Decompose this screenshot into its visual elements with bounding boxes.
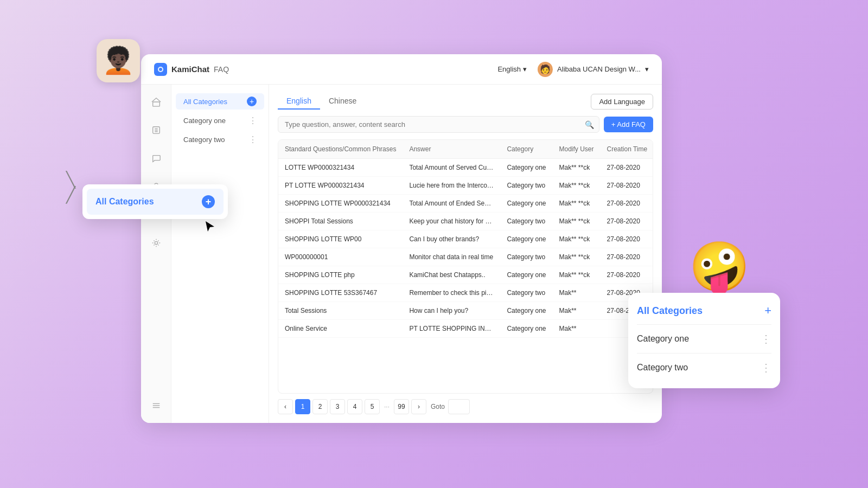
cell-answer: Remember to check this picture~😊 bbox=[403, 284, 500, 302]
page-3-button[interactable]: 3 bbox=[330, 399, 345, 414]
tab-english[interactable]: English bbox=[278, 93, 320, 110]
cell-user: Mak** **ck bbox=[552, 195, 600, 213]
category-2-more-icon[interactable]: ⋮ bbox=[248, 134, 257, 145]
category-item-1[interactable]: Category one ⋮ bbox=[176, 112, 264, 130]
page-99-button[interactable]: 99 bbox=[394, 399, 409, 414]
category-item-1-label: Category one bbox=[183, 117, 226, 125]
cell-question: SHOPPING LOTTE WP0000321434 bbox=[278, 195, 403, 213]
cell-user: Mak** **ck bbox=[552, 213, 600, 230]
cell-user: Mak** **ck bbox=[552, 248, 600, 266]
page-dots: ··· bbox=[382, 403, 392, 410]
cell-question: Total Sessions bbox=[278, 302, 403, 320]
table-row: SHOPPING LOTTE WP00 Can I buy other bran… bbox=[278, 230, 653, 248]
cell-time: 27-08-2020 bbox=[601, 177, 654, 195]
page-next-button[interactable]: › bbox=[411, 399, 426, 414]
cell-time: 27-08-2020 bbox=[601, 159, 654, 177]
body-layout: All Categories + Category one ⋮ Category… bbox=[141, 85, 662, 423]
language-selector[interactable]: English ▾ bbox=[497, 65, 527, 73]
cell-question: SHOPPING LOTTE 53S367467 bbox=[278, 284, 403, 302]
cell-time: 27-08-2020 bbox=[601, 195, 654, 213]
sidebar-item-home[interactable] bbox=[148, 93, 165, 111]
floating-right-cat1-more-icon[interactable]: ⋮ bbox=[761, 332, 771, 345]
cell-answer: Can I buy other brands? bbox=[403, 230, 500, 248]
table-row: LOTTE WP0000321434 Total Amount of Serve… bbox=[278, 159, 653, 177]
page-prev-button[interactable]: ‹ bbox=[278, 399, 293, 414]
add-category-button[interactable]: + bbox=[247, 97, 257, 106]
cell-category: Category two bbox=[500, 177, 552, 195]
category-panel: All Categories + Category one ⋮ Category… bbox=[171, 85, 269, 423]
sidebar-item-menu[interactable] bbox=[148, 397, 165, 414]
floating-all-categories[interactable]: All Categories + bbox=[87, 189, 224, 215]
cell-question: SHOPPING LOTTE php bbox=[278, 266, 403, 284]
cell-time: 27-08-2020 bbox=[601, 248, 654, 266]
table-row: SHOPPING LOTTE php KamiChat best Chatapp… bbox=[278, 266, 653, 284]
table-row: SHOPPING LOTTE WP0000321434 Total Amount… bbox=[278, 195, 653, 213]
cell-time: 27-08-2020 bbox=[601, 266, 654, 284]
all-categories-item[interactable]: All Categories + bbox=[176, 93, 264, 110]
sidebar-item-chat[interactable] bbox=[148, 150, 165, 167]
cell-time: 27-08-2020 bbox=[601, 213, 654, 230]
cell-answer: Lucie here from the Intercom sale bbox=[403, 177, 500, 195]
header: KamiChat FAQ English ▾ 🧑 Alibaba UCAN De… bbox=[141, 54, 662, 85]
floating-left-plus-icon[interactable]: + bbox=[202, 195, 215, 208]
page-2-button[interactable]: 2 bbox=[312, 399, 328, 414]
table-row: PT LOTTE WP0000321434 Lucie here from th… bbox=[278, 177, 653, 195]
cell-user: Mak** bbox=[552, 302, 600, 320]
table-row: Online Service PT LOTTE SHOPPING INDONES… bbox=[278, 320, 653, 338]
add-faq-button[interactable]: + Add FAQ bbox=[604, 117, 653, 132]
header-faq-label: FAQ bbox=[214, 65, 229, 74]
table-row: SHOPPI Total Sessions Keep your chat his… bbox=[278, 213, 653, 230]
sidebar-item-settings[interactable] bbox=[148, 234, 165, 252]
category-1-more-icon[interactable]: ⋮ bbox=[248, 115, 257, 126]
cell-category: Category one bbox=[500, 302, 552, 320]
floating-right-cat2[interactable]: Category two ⋮ bbox=[637, 354, 771, 382]
cell-question: SHOPPI Total Sessions bbox=[278, 213, 403, 230]
cell-user: Mak** **ck bbox=[552, 177, 600, 195]
cell-answer: KamiChat best Chatapps.. bbox=[403, 266, 500, 284]
tab-chinese[interactable]: Chinese bbox=[320, 93, 365, 110]
floating-right-cat1-label: Category one bbox=[637, 334, 689, 344]
goto-label: Goto bbox=[431, 403, 445, 410]
sidebar bbox=[141, 85, 171, 423]
logo-icon bbox=[154, 63, 167, 76]
page-4-button[interactable]: 4 bbox=[347, 399, 362, 414]
page-5-button[interactable]: 5 bbox=[365, 399, 380, 414]
cell-user: Mak** **ck bbox=[552, 159, 600, 177]
floating-left-label: All Categories bbox=[95, 197, 154, 207]
goto-wrap: Goto bbox=[431, 399, 470, 414]
floating-right-cat1[interactable]: Category one ⋮ bbox=[637, 325, 771, 354]
cell-answer: Total Amount of Served Customers bbox=[403, 159, 500, 177]
user-avatar-icon: 🧑 bbox=[538, 62, 553, 77]
floating-right-plus-icon[interactable]: + bbox=[764, 304, 771, 318]
cell-answer: Total Amount of Ended Sessions bbox=[403, 195, 500, 213]
sidebar-item-list[interactable] bbox=[148, 121, 165, 139]
search-row: 🔍 + Add FAQ bbox=[278, 116, 653, 133]
floating-right-cat2-label: Category two bbox=[637, 363, 688, 373]
user-chevron-icon: ▾ bbox=[645, 65, 649, 73]
cell-answer: Monitor chat data in real time bbox=[403, 248, 500, 266]
cell-question: LOTTE WP0000321434 bbox=[278, 159, 403, 177]
floating-right-cat2-more-icon[interactable]: ⋮ bbox=[761, 361, 771, 374]
floating-card-left: All Categories + bbox=[82, 184, 228, 219]
col-user: Modify User bbox=[552, 140, 600, 159]
cell-answer: Keep your chat history for a long bbox=[403, 213, 500, 230]
app-name: KamiChat bbox=[171, 65, 209, 74]
cell-time: 27-08-2020 bbox=[601, 230, 654, 248]
add-language-button[interactable]: Add Language bbox=[591, 94, 653, 110]
language-tabs: English Chinese Add Language bbox=[278, 93, 653, 110]
page-1-button[interactable]: 1 bbox=[295, 399, 310, 414]
user-name: Alibaba UCAN Design W... bbox=[557, 65, 641, 73]
goto-input[interactable] bbox=[448, 399, 470, 414]
app-logo: KamiChat bbox=[154, 63, 209, 76]
emoji-face: 🤪 bbox=[689, 239, 750, 296]
cell-answer: PT LOTTE SHOPPING INDONESIA bbox=[403, 320, 500, 338]
content-area: All Categories + Category one ⋮ Category… bbox=[171, 85, 662, 423]
svg-point-1 bbox=[159, 68, 162, 71]
floating-right-all-categories[interactable]: All Categories + bbox=[637, 299, 771, 325]
search-input[interactable] bbox=[278, 116, 599, 133]
search-icon: 🔍 bbox=[585, 120, 594, 129]
table-row: SHOPPING LOTTE 53S367467 Remember to che… bbox=[278, 284, 653, 302]
avatar: 🧑🏿‍🦱 bbox=[97, 39, 140, 82]
user-menu[interactable]: 🧑 Alibaba UCAN Design W... ▾ bbox=[538, 62, 649, 77]
category-item-2[interactable]: Category two ⋮ bbox=[176, 131, 264, 149]
